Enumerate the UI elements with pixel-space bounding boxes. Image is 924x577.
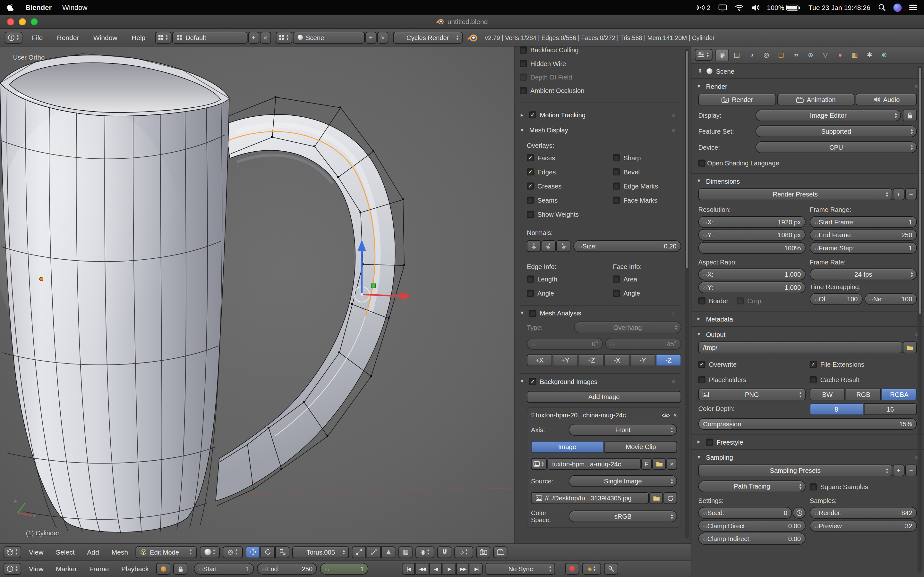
tab-world[interactable]: ◎ xyxy=(760,49,773,61)
integrator-select[interactable]: Path Tracing▲▼ xyxy=(698,480,806,492)
menu-render[interactable]: Render xyxy=(52,34,84,41)
snap-toggle-button[interactable] xyxy=(437,546,451,558)
image-source-select[interactable]: Single Image▲▼ xyxy=(569,475,677,487)
end-frame-field-timeline[interactable]: ‹End:250› xyxy=(257,563,317,575)
panel-header-mesh-analysis[interactable]: ▼ Mesh Analysis ≡ xyxy=(520,305,681,320)
menu-frame[interactable]: Frame xyxy=(85,565,113,572)
analysis-angle-min-slider[interactable]: ‹0°› xyxy=(527,338,603,350)
normals-size-field[interactable]: ‹Size: 0.20› xyxy=(573,240,681,252)
overlay-creases[interactable]: ✓Creases xyxy=(527,179,613,193)
vertex-normals-toggle[interactable] xyxy=(527,240,541,252)
close-scene-button[interactable]: × xyxy=(377,31,388,43)
reload-image-button[interactable] xyxy=(664,492,677,504)
window-menu[interactable]: Window xyxy=(62,3,87,11)
panel-header-sampling[interactable]: ▼Sampling ≡ xyxy=(691,449,924,464)
tab-material[interactable]: ● xyxy=(833,49,846,61)
tab-constraints[interactable]: ∞ xyxy=(789,49,803,61)
preview-samples-field[interactable]: ‹Preview:32› xyxy=(810,520,917,532)
previous-keyframe-button[interactable]: ◀◀ xyxy=(416,563,429,575)
jump-to-start-button[interactable]: |◀ xyxy=(402,563,415,575)
menu-marker[interactable]: Marker xyxy=(51,565,81,572)
frame-step-field[interactable]: ‹Frame Step:1› xyxy=(810,242,917,254)
manipulator-scale-button[interactable] xyxy=(275,546,289,558)
wifi-icon[interactable] xyxy=(734,4,743,11)
channels-bw-button[interactable]: BW xyxy=(810,388,845,400)
viewport-3d[interactable]: User Ortho (1) Cylinder z x xyxy=(0,47,514,543)
vertex-select-mode-button[interactable] xyxy=(352,546,366,558)
axis-plus-z-button[interactable]: +Z xyxy=(578,355,604,366)
properties-scrollbar-thumb[interactable] xyxy=(918,67,922,314)
overlay-edge-marks[interactable]: Edge Marks xyxy=(613,179,681,193)
freestyle-checkbox[interactable] xyxy=(706,438,713,445)
entry-collapse-triangle[interactable]: ▽ xyxy=(531,413,535,418)
panel-grip[interactable]: ≡ xyxy=(672,127,676,133)
close-layout-button[interactable]: × xyxy=(260,31,271,43)
tab-render[interactable]: ◉ xyxy=(716,49,729,61)
panel-header-output[interactable]: ▼Output ≡ xyxy=(691,326,924,342)
scene-field[interactable]: Scene xyxy=(293,31,365,43)
device-select[interactable]: CPU▲▼ xyxy=(756,141,917,153)
colorspace-select[interactable]: sRGB▲▼ xyxy=(569,510,677,522)
end-frame-field[interactable]: ‹End Frame:250› xyxy=(810,229,917,241)
sampling-presets-select[interactable]: Sampling Presets▲▼ xyxy=(698,464,892,476)
limit-selection-visible-button[interactable]: ▦ xyxy=(399,546,413,558)
tab-scene[interactable]: ◑ xyxy=(745,49,758,61)
mug-mesh-render[interactable] xyxy=(0,47,514,543)
border-option[interactable]: Border xyxy=(698,294,729,308)
overlay-bevel[interactable]: Bevel xyxy=(613,165,681,179)
menu-select[interactable]: Select xyxy=(51,548,79,556)
add-sampling-preset-button[interactable]: + xyxy=(893,464,905,476)
start-frame-field[interactable]: ‹Start Frame:1› xyxy=(810,216,917,228)
axis-minus-z-button[interactable]: -Z xyxy=(656,355,682,366)
animation-button[interactable]: Animation xyxy=(777,93,855,105)
feature-set-select[interactable]: Supported▲▼ xyxy=(756,125,917,137)
compression-slider[interactable]: Compression: 15% xyxy=(698,418,917,430)
option-depth-of-field[interactable]: Depth Of Field xyxy=(520,70,681,84)
resolution-x-field[interactable]: ‹X:1920 px› xyxy=(698,216,806,228)
minimize-window-button[interactable] xyxy=(19,18,26,25)
aspect-x-field[interactable]: ‹X:1.000› xyxy=(698,269,806,280)
menu-view[interactable]: View xyxy=(24,548,48,556)
jump-to-end-button[interactable]: ▶| xyxy=(470,563,483,575)
dof-checkbox[interactable] xyxy=(520,73,527,81)
insert-keyframe-button[interactable] xyxy=(604,563,618,575)
menu-playback[interactable]: Playback xyxy=(116,565,153,572)
clamp-direct-field[interactable]: ‹Clamp Direct:0.00› xyxy=(698,520,806,532)
panel-header-freestyle[interactable]: ► Freestyle ≡ xyxy=(691,434,924,450)
lock-time-button[interactable] xyxy=(174,563,188,575)
scene-browse-button[interactable]: ▲▼ xyxy=(276,31,292,43)
manipulator-y-handle[interactable] xyxy=(371,284,375,288)
play-button[interactable]: ▶ xyxy=(443,563,456,575)
option-hidden-wire[interactable]: Hidden Wire xyxy=(520,56,681,70)
editor-type-button-3dview[interactable]: ▲▼ xyxy=(3,546,21,558)
menu-window[interactable]: Window xyxy=(89,34,122,41)
panel-header-metadata[interactable]: ►Metadata ≡ xyxy=(691,311,924,326)
panel-header-mesh-display[interactable]: ▼ Mesh Display ≡ xyxy=(520,122,681,138)
clamp-indirect-field[interactable]: ‹Clamp Indirect:0.00› xyxy=(698,533,806,545)
hidden-wire-checkbox[interactable] xyxy=(520,60,527,67)
play-reverse-button[interactable]: ◀ xyxy=(429,563,442,575)
animated-seed-button[interactable] xyxy=(792,507,805,519)
siri-icon[interactable] xyxy=(893,3,901,11)
render-samples-field[interactable]: ‹Render:842› xyxy=(810,507,917,519)
display-select[interactable]: Image Editor▲▼ xyxy=(756,110,901,121)
screen-layout-browse-button[interactable]: ▲▼ xyxy=(155,31,171,43)
motion-tracking-checkbox[interactable]: ✓ xyxy=(529,111,536,118)
add-preset-button[interactable]: + xyxy=(893,189,905,200)
keying-set-select[interactable]: ◆▲▼ xyxy=(582,563,601,575)
mesh-analysis-checkbox[interactable] xyxy=(529,309,536,316)
hotspot-icon[interactable]: 2 xyxy=(696,3,710,11)
pin-icon[interactable] xyxy=(697,67,703,74)
background-images-checkbox[interactable]: ✓ xyxy=(529,378,536,385)
output-path-field[interactable]: /tmp/ xyxy=(698,342,903,353)
source-image-toggle[interactable]: Image xyxy=(531,441,604,453)
loop-normals-toggle[interactable] xyxy=(541,240,556,252)
unlink-image-button[interactable]: × xyxy=(666,458,677,470)
add-image-button[interactable]: Add Image xyxy=(527,391,681,403)
image-browse-button[interactable]: ▲▼ xyxy=(531,458,547,470)
display-lock-button[interactable] xyxy=(903,110,917,121)
battery-status[interactable]: 100% xyxy=(767,4,801,11)
menu-mesh[interactable]: Mesh xyxy=(107,548,133,556)
remove-image-icon[interactable]: × xyxy=(674,412,677,419)
edge-info-angle[interactable]: Angle xyxy=(527,286,613,300)
